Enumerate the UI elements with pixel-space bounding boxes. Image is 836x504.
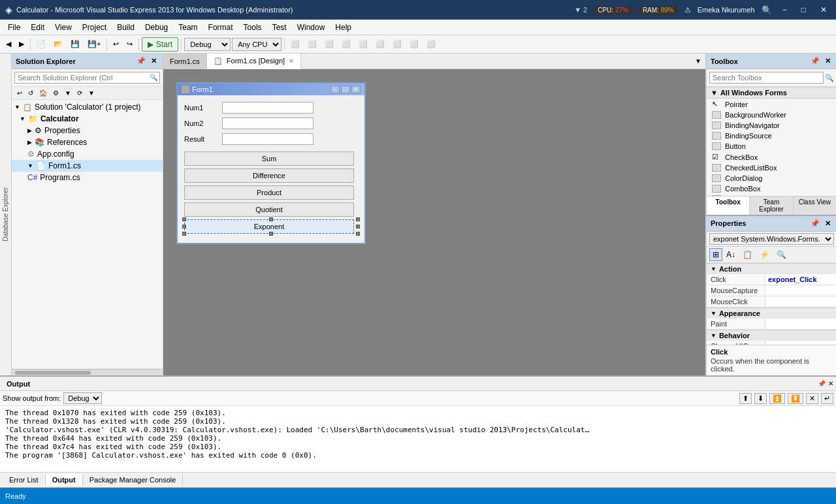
tool-bgworker[interactable]: BackgroundWorker (707, 110, 836, 120)
menu-format[interactable]: Format (203, 22, 238, 33)
open-file-button[interactable]: 📂 (50, 37, 66, 52)
format-btn4[interactable]: ⬜ (338, 37, 354, 52)
format-btn5[interactable]: ⬜ (355, 37, 371, 52)
nav-back-button[interactable]: ◀ (3, 37, 14, 52)
tb-close-icon[interactable]: ✕ (823, 56, 833, 66)
tool-colordialog[interactable]: ColorDialog (707, 173, 836, 183)
output-wrap-icon[interactable]: ↵ (821, 393, 833, 404)
menu-test[interactable]: Test (267, 22, 292, 33)
output-btn4[interactable]: ⏬ (788, 393, 803, 404)
num1-input[interactable] (222, 102, 314, 114)
se-sync-icon[interactable]: ↩ (14, 88, 25, 98)
se-filter-icon[interactable]: ▼ (86, 88, 97, 98)
prop-close-icon[interactable]: ✕ (823, 219, 833, 228)
output-clear-icon[interactable]: ✕ (806, 393, 818, 404)
prop-search-icon[interactable]: 🔍 (773, 248, 790, 261)
tool-combobox[interactable]: ComboBox (707, 183, 836, 194)
resize-handle-tl[interactable] (182, 217, 186, 221)
menu-file[interactable]: File (3, 22, 25, 33)
tree-form1cs-node[interactable]: ▼ 📄 Form1.cs (12, 160, 163, 172)
tab-package-manager[interactable]: Package Manager Console (83, 474, 184, 486)
prop-paint-value[interactable] (765, 319, 836, 329)
prop-mousecapture-value[interactable] (765, 285, 836, 296)
toolbox-tab-team[interactable]: Team Explorer (750, 197, 793, 215)
se-home-icon[interactable]: 🏠 (37, 88, 50, 98)
appearance-collapse-icon[interactable]: ▼ (711, 310, 716, 317)
tool-bindingsource[interactable]: BindingSource (707, 131, 836, 141)
se-close-icon[interactable]: ✕ (149, 56, 159, 66)
format-btn9[interactable]: ⬜ (423, 37, 439, 52)
new-file-button[interactable]: 📄 (33, 37, 49, 52)
se-pin-icon[interactable]: 📌 (135, 56, 148, 66)
tool-checkbox[interactable]: ☑ CheckBox (707, 151, 836, 163)
toolbox-tab-toolbox[interactable]: Toolbox (707, 197, 750, 215)
resize-handle-bl[interactable] (182, 232, 186, 236)
nav-forward-button[interactable]: ▶ (16, 37, 27, 52)
minimize-button[interactable]: − (779, 4, 791, 16)
tool-button[interactable]: Button (707, 141, 836, 151)
maximize-button[interactable]: □ (797, 4, 810, 16)
menu-view[interactable]: View (50, 22, 77, 33)
prop-events-icon[interactable]: ⚡ (756, 248, 773, 261)
form-minimize-button[interactable]: − (330, 86, 340, 93)
result-input[interactable] (222, 133, 314, 145)
output-btn2[interactable]: ⬇ (754, 393, 767, 404)
output-pin-icon[interactable]: 📌 (818, 380, 826, 387)
action-collapse-icon[interactable]: ▼ (711, 266, 716, 272)
prop-pin-icon[interactable]: 📌 (809, 219, 822, 228)
search-toolbox-input[interactable] (709, 72, 824, 84)
toolbox-category[interactable]: ▼ All Windows Forms (707, 87, 836, 99)
platform-dropdown[interactable]: Any CPU x86 (232, 38, 281, 51)
tool-bindingnavigator[interactable]: BindingNavigator (707, 120, 836, 131)
format-btn3[interactable]: ⬜ (321, 37, 337, 52)
resize-handle-mr[interactable] (356, 225, 360, 228)
tab-form1design[interactable]: 📋 Form1.cs [Design] ✕ (207, 54, 301, 69)
prop-click-value[interactable]: exponet_Click (765, 274, 836, 285)
tool-pointer[interactable]: ↖ Pointer (707, 99, 836, 110)
tree-calculator-node[interactable]: ▼ 📁 Calculator (12, 113, 163, 125)
form-close-button[interactable]: ✕ (351, 86, 361, 93)
se-settings-icon[interactable]: ⚙ (50, 88, 61, 98)
menu-window[interactable]: Window (292, 22, 330, 33)
tree-solution-node[interactable]: ▼ 📋 Solution 'Calculator' (1 project) (12, 101, 163, 113)
menu-team[interactable]: Team (173, 22, 202, 33)
format-btn2[interactable]: ⬜ (304, 37, 320, 52)
prop-props-icon[interactable]: 📋 (739, 248, 756, 261)
tab-error-list[interactable]: Error List (3, 474, 46, 486)
tree-properties-node[interactable]: ▶ ⚙ Properties (12, 125, 163, 136)
menu-build[interactable]: Build (112, 22, 140, 33)
save-all-button[interactable]: 💾+ (84, 37, 104, 52)
start-button[interactable]: ▶ Start (142, 37, 178, 52)
menu-project[interactable]: Project (77, 22, 112, 33)
tree-references-node[interactable]: ▶ 📚 References (12, 136, 163, 148)
difference-button[interactable]: Difference (184, 168, 354, 183)
resize-handle-tm[interactable] (269, 217, 273, 221)
redo-button[interactable]: ↪ (123, 37, 136, 52)
format-btn6[interactable]: ⬜ (372, 37, 388, 52)
config-dropdown[interactable]: Debug Release (184, 38, 231, 51)
format-btn7[interactable]: ⬜ (389, 37, 405, 52)
sum-button[interactable]: Sum (184, 151, 354, 166)
form-maximize-button[interactable]: □ (341, 86, 350, 93)
format-btn1[interactable]: ⬜ (287, 37, 303, 52)
save-button[interactable]: 💾 (67, 37, 83, 52)
output-btn1[interactable]: ⬆ (739, 393, 752, 404)
prop-alpha-icon[interactable]: A↓ (723, 248, 739, 261)
tab-form1cs[interactable]: Form1.cs (163, 54, 207, 69)
prop-categorized-icon[interactable]: ⊞ (709, 248, 722, 261)
search-solution-explorer-input[interactable] (14, 72, 160, 84)
output-btn3[interactable]: ⏫ (769, 393, 785, 404)
search-icon[interactable]: 🔍 (762, 5, 772, 15)
num2-input[interactable] (222, 118, 314, 129)
tree-programcs-node[interactable]: C# Program.cs (12, 172, 163, 183)
menu-edit[interactable]: Edit (25, 22, 50, 33)
output-source-dropdown[interactable]: Debug (63, 392, 102, 404)
se-refresh-icon[interactable]: ↺ (25, 88, 36, 98)
resize-handle-bm[interactable] (269, 232, 273, 236)
close-button[interactable]: ✕ (816, 4, 831, 16)
tree-appconfig-node[interactable]: ⚙ App.config (12, 148, 163, 160)
behavior-collapse-icon[interactable]: ▼ (711, 332, 716, 339)
tool-checkedlistbox[interactable]: CheckedListBox (707, 163, 836, 173)
resize-handle-br[interactable] (356, 232, 360, 236)
quotient-button[interactable]: Quotient (184, 202, 354, 217)
